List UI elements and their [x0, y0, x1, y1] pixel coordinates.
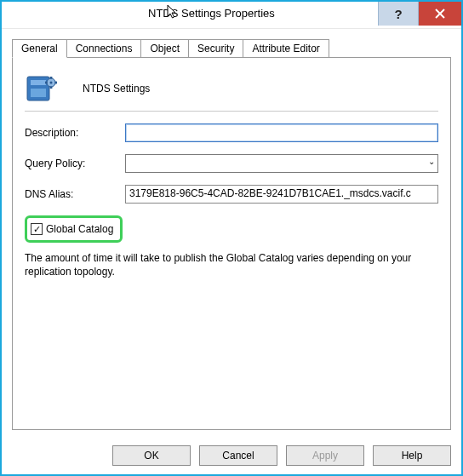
tabpage-general: NTDS Settings Description: Query Policy:… — [12, 57, 451, 430]
svg-point-6 — [50, 82, 53, 84]
highlight-annotation: ✓ Global Catalog — [25, 215, 123, 243]
dialog-window: NTDS Settings Properties ? General Conne… — [0, 0, 463, 476]
svg-rect-9 — [45, 82, 48, 84]
svg-rect-7 — [50, 77, 53, 79]
dns-alias-input[interactable]: 3179E818-96C5-4CAD-82BE-9241D7B1CAE1._ms… — [125, 185, 438, 204]
dns-alias-row: DNS Alias: 3179E818-96C5-4CAD-82BE-9241D… — [25, 185, 438, 204]
tab-object[interactable]: Object — [140, 39, 189, 58]
tab-general[interactable]: General — [12, 39, 67, 58]
titlebar: NTDS Settings Properties ? — [2, 2, 461, 29]
cancel-button[interactable]: Cancel — [199, 445, 277, 466]
query-policy-label: Query Policy: — [25, 158, 125, 169]
chevron-down-icon: ⌄ — [428, 157, 435, 166]
query-policy-row: Query Policy: ⌄ — [25, 154, 438, 173]
info-text: The amount of time it will take to publi… — [25, 251, 438, 278]
svg-rect-8 — [50, 87, 53, 89]
query-policy-combo[interactable]: ⌄ — [125, 154, 438, 173]
dns-alias-label: DNS Alias: — [25, 188, 125, 200]
window-title: NTDS Settings Properties — [148, 7, 275, 20]
global-catalog-checkbox[interactable]: ✓ Global Catalog — [27, 218, 120, 240]
global-catalog-label: Global Catalog — [46, 223, 113, 235]
checkbox-icon: ✓ — [31, 223, 43, 235]
header-row: NTDS Settings — [25, 72, 438, 106]
svg-rect-3 — [31, 80, 46, 85]
ntds-icon — [25, 72, 59, 106]
titlebar-help-button[interactable]: ? — [378, 2, 419, 26]
ok-button[interactable]: OK — [112, 445, 191, 466]
separator — [25, 111, 438, 112]
titlebar-buttons: ? — [378, 2, 461, 28]
svg-rect-4 — [31, 89, 46, 97]
tab-security[interactable]: Security — [188, 39, 243, 58]
dialog-buttons: OK Cancel Apply Help — [2, 437, 461, 474]
description-row: Description: — [25, 123, 438, 142]
apply-button[interactable]: Apply — [286, 445, 364, 466]
tab-connections[interactable]: Connections — [66, 39, 142, 58]
help-button[interactable]: Help — [373, 445, 451, 466]
client-area: General Connections Object Security Attr… — [2, 29, 461, 437]
svg-rect-10 — [55, 82, 58, 84]
description-label: Description: — [25, 127, 125, 139]
titlebar-close-button[interactable] — [419, 2, 461, 26]
close-icon — [435, 9, 445, 19]
description-input[interactable] — [125, 123, 438, 142]
header-title: NTDS Settings — [83, 83, 150, 95]
tab-strip: General Connections Object Security Attr… — [12, 39, 451, 58]
tab-attribute-editor[interactable]: Attribute Editor — [243, 39, 329, 58]
